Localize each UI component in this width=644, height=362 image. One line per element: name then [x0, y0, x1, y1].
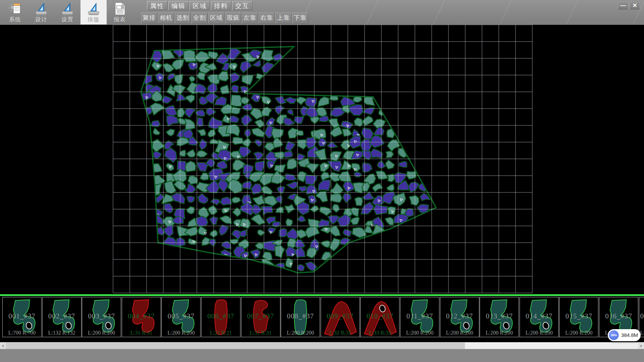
- piece-cell-009_#37[interactable]: 009_#37L:32 R:31: [321, 297, 360, 337]
- piece-id-label: 016_#37: [599, 312, 638, 320]
- app-button-4[interactable]: 排版: [80, 0, 107, 24]
- memory-amount: 384.8M: [621, 329, 638, 341]
- piece-id-label: 010_#37: [361, 312, 399, 320]
- memory-percent-indicator: 38%: [609, 330, 619, 340]
- app-button-label: 设计: [28, 16, 54, 23]
- piece-lr-count: L:33 R:33: [361, 330, 399, 336]
- menu-button-2[interactable]: 编辑: [168, 1, 189, 10]
- piece-lr-count: L:200 R:200: [400, 330, 439, 336]
- app-button-label: 排版: [80, 16, 107, 23]
- piece-lr-count: L:31 R:31: [241, 330, 280, 336]
- scroll-right-icon[interactable]: ›: [638, 343, 644, 349]
- piece-lr-count: L:132 R:132: [43, 330, 81, 336]
- piece-id-label: 007_#37: [241, 312, 280, 320]
- piece-lr-count: L:200 R:200: [82, 330, 121, 336]
- app-button-1[interactable]: 系统: [2, 0, 28, 24]
- piece-lr-count: L:32 R:31: [321, 330, 360, 336]
- tool-button-7[interactable]: 左靠: [242, 12, 258, 23]
- tool-button-3[interactable]: 选割: [175, 12, 191, 23]
- piece-cell-001_#37[interactable]: 001_#37L:700 R:700: [2, 297, 42, 337]
- strip-accent-line: [0, 294, 644, 296]
- tool-button-2[interactable]: 相机: [158, 12, 174, 23]
- scrollbar-thumb[interactable]: [6, 343, 465, 349]
- report-document-icon: [112, 1, 127, 17]
- app-button-2[interactable]: 设计: [28, 0, 54, 24]
- piece-cell-012_#37[interactable]: 012_#37L:200 R:200: [440, 297, 479, 337]
- piece-id-label: 001_#37: [3, 312, 41, 320]
- piece-id-label: 005_#37: [162, 312, 200, 320]
- piece-cell-013_#37[interactable]: 013_#37L:200 R:200: [480, 297, 519, 337]
- tool-button-8[interactable]: 右靠: [259, 12, 275, 23]
- nesting-canvas[interactable]: [0, 25, 644, 294]
- status-bar: [0, 349, 644, 362]
- nesting-setsquare-icon: [86, 1, 101, 17]
- piece-id-label: 012_#37: [440, 312, 479, 320]
- piece-id-label: 002_#37: [43, 312, 81, 320]
- app-button-label: 系统: [2, 16, 28, 23]
- design-setsquare-icon: [34, 1, 49, 17]
- menu-button-1[interactable]: 属性: [147, 1, 167, 10]
- piece-cell-011_#37[interactable]: 011_#37L:200 R:200: [400, 297, 439, 337]
- piece-cell-0[interactable]: 0L:: [639, 297, 644, 337]
- app-button-label: 报表: [107, 16, 133, 23]
- piece-lr-count: L:200 R:200: [559, 330, 598, 336]
- menu-button-4[interactable]: 排料: [211, 1, 231, 10]
- piece-cell-004_#37[interactable]: 004_#37L:31 R:31: [122, 297, 161, 337]
- piece-id-label: 014_#37: [520, 312, 558, 320]
- tool-button-9[interactable]: 上靠: [275, 12, 291, 23]
- piece-lr-count: L:21 R:21: [202, 330, 240, 336]
- menu-button-3[interactable]: 区域: [190, 1, 210, 10]
- app-button-3[interactable]: 设置: [54, 0, 80, 24]
- piece-lr-count: L:31 R:31: [122, 330, 161, 336]
- tool-button-10[interactable]: 下靠: [292, 12, 308, 23]
- piece-lr-count: L:200 R:200: [162, 330, 200, 336]
- piece-id-label: 0: [639, 312, 644, 320]
- piece-cell-003_#37[interactable]: 003_#37L:200 R:200: [82, 297, 121, 337]
- piece-id-label: 015_#37: [559, 312, 598, 320]
- piece-cell-005_#37[interactable]: 005_#37L:200 R:200: [161, 297, 201, 337]
- tool-button-6[interactable]: 瑕疵: [225, 12, 241, 23]
- app-button-5[interactable]: 报表: [107, 0, 133, 24]
- horizontal-scrollbar[interactable]: ‹ ›: [0, 342, 644, 349]
- minimize-button[interactable]: —: [618, 2, 628, 9]
- hide-nesting-drawing: [0, 25, 644, 294]
- system-gear-notebook-icon: [8, 1, 22, 17]
- piece-id-label: 003_#37: [82, 312, 121, 320]
- app-button-label: 设置: [54, 16, 80, 23]
- piece-lr-count: L:200 R:200: [281, 330, 320, 336]
- tool-button-5[interactable]: 区域: [208, 12, 224, 23]
- piece-lr-count: L:200 R:200: [440, 330, 479, 336]
- piece-lr-count: L:200 R:200: [480, 330, 519, 336]
- scroll-left-icon[interactable]: ‹: [0, 343, 6, 349]
- piece-thumbnail-strip: 001_#37L:700 R:700002_#37L:132 R:132003_…: [0, 294, 644, 342]
- close-button[interactable]: ✕: [630, 2, 640, 9]
- memory-badge: 38% 384.8M: [608, 329, 641, 341]
- tool-button-1[interactable]: 聚排: [141, 12, 157, 23]
- piece-id-label: 013_#37: [480, 312, 519, 320]
- piece-cell-015_#37[interactable]: 015_#37L:200 R:200: [559, 297, 598, 337]
- piece-lr-count: L:700 R:700: [3, 330, 41, 336]
- piece-cell-008_#37[interactable]: 008_#37L:200 R:200: [281, 297, 320, 337]
- settings-setsquare-icon: [60, 1, 75, 17]
- tool-button-4[interactable]: 全割: [192, 12, 208, 23]
- piece-lr-count: L:200 R:200: [520, 330, 558, 336]
- piece-cell-007_#37[interactable]: 007_#37L:31 R:31: [241, 297, 280, 337]
- piece-id-label: 006_#37: [202, 312, 240, 320]
- menu-button-5[interactable]: 交互: [232, 1, 253, 10]
- piece-id-label: 011_#37: [400, 312, 439, 320]
- piece-id-label: 004_#37: [122, 312, 161, 320]
- piece-cell-010_#37[interactable]: 010_#37L:33 R:33: [360, 297, 399, 337]
- piece-cell-014_#37[interactable]: 014_#37L:200 R:200: [520, 297, 559, 337]
- piece-id-label: 009_#37: [321, 312, 360, 320]
- piece-id-label: 008_#37: [281, 312, 320, 320]
- main-toolbar: 系统设计设置排版报表 属性编辑区域排料交互 聚排相机选割全割区域瑕疵左靠右靠上靠…: [0, 0, 644, 25]
- piece-cell-002_#37[interactable]: 002_#37L:132 R:132: [42, 297, 82, 337]
- piece-cell-006_#37[interactable]: 006_#37L:21 R:21: [201, 297, 240, 337]
